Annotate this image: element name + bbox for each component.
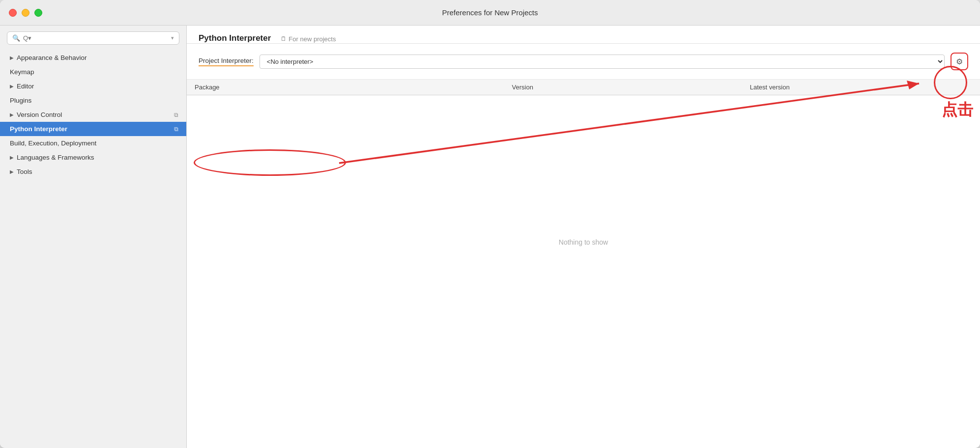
sidebar-item-label: Python Interpreter xyxy=(10,125,67,133)
sidebar-item-label: Plugins xyxy=(10,97,31,104)
sidebar-item-tools[interactable]: ▶ Tools xyxy=(0,165,186,179)
window-title: Preferences for New Projects xyxy=(442,8,538,17)
interpreter-select[interactable]: <No interpreter> xyxy=(259,55,945,69)
sidebar-item-build-execution-deployment[interactable]: Build, Execution, Deployment xyxy=(0,136,186,150)
sidebar: 🔍 ▾ ▶ Appearance & Behavior Keymap ▶ Edi… xyxy=(0,26,187,448)
sidebar-item-label: Keymap xyxy=(10,68,34,76)
sidebar-item-label: Tools xyxy=(17,168,32,175)
maximize-button[interactable] xyxy=(34,9,42,17)
sidebar-item-version-control[interactable]: ▶ Version Control ⧉ xyxy=(0,108,186,122)
close-button[interactable] xyxy=(9,9,17,17)
settings-button[interactable]: ⚙ xyxy=(951,53,968,70)
sidebar-item-keymap[interactable]: Keymap xyxy=(0,65,186,79)
package-table: Package Version Latest version xyxy=(187,80,980,95)
col-header-version: Version xyxy=(504,80,742,95)
nav-list: ▶ Appearance & Behavior Keymap ▶ Editor … xyxy=(0,51,186,184)
content-area: 🔍 ▾ ▶ Appearance & Behavior Keymap ▶ Edi… xyxy=(0,26,980,448)
package-table-container: Package Version Latest version Nothing t… xyxy=(187,80,980,448)
traffic-lights xyxy=(9,9,42,17)
search-dropdown-arrow: ▾ xyxy=(171,35,174,41)
sidebar-item-label: Version Control xyxy=(17,111,62,118)
sidebar-item-label: Build, Execution, Deployment xyxy=(10,140,96,147)
copy-icon: ⧉ xyxy=(174,126,178,133)
search-icon: 🔍 xyxy=(12,34,20,42)
sidebar-item-label: Editor xyxy=(17,83,34,90)
panel-title: Python Interpreter xyxy=(199,33,271,43)
sidebar-item-appearance-behavior[interactable]: ▶ Appearance & Behavior xyxy=(0,51,186,65)
gear-icon: ⚙ xyxy=(956,57,963,66)
expand-arrow-icon: ▶ xyxy=(10,55,14,60)
search-box[interactable]: 🔍 ▾ xyxy=(7,31,179,45)
copy-icon: ⧉ xyxy=(174,112,178,118)
preferences-window: Preferences for New Projects 🔍 ▾ ▶ Appea… xyxy=(0,0,980,448)
interpreter-row: Project Interpreter: <No interpreter> ⚙ xyxy=(187,44,980,80)
sidebar-item-plugins[interactable]: Plugins xyxy=(0,93,186,108)
table-header: Package Version Latest version xyxy=(187,80,980,95)
sidebar-item-python-interpreter[interactable]: Python Interpreter ⧉ xyxy=(0,122,186,136)
sidebar-item-languages-frameworks[interactable]: ▶ Languages & Frameworks xyxy=(0,150,186,165)
expand-arrow-icon: ▶ xyxy=(10,169,14,174)
col-header-latest: Latest version xyxy=(742,80,980,95)
sidebar-item-label: Languages & Frameworks xyxy=(17,154,94,161)
col-header-package: Package xyxy=(187,80,504,95)
empty-message: Nothing to show xyxy=(559,238,608,246)
minimize-button[interactable] xyxy=(22,9,29,17)
panel-subtitle: 🗒 For new projects xyxy=(281,35,336,43)
sidebar-item-label: Appearance & Behavior xyxy=(17,54,87,61)
main-panel: Python Interpreter 🗒 For new projects Pr… xyxy=(187,26,980,448)
panel-header: Python Interpreter 🗒 For new projects xyxy=(187,26,980,44)
expand-arrow-icon: ▶ xyxy=(10,155,14,160)
expand-arrow-icon: ▶ xyxy=(10,112,14,117)
titlebar: Preferences for New Projects xyxy=(0,0,980,26)
panel-subtitle-text: For new projects xyxy=(288,35,336,43)
document-icon: 🗒 xyxy=(281,35,287,42)
search-input[interactable] xyxy=(23,34,168,42)
sidebar-item-editor[interactable]: ▶ Editor xyxy=(0,79,186,93)
interpreter-label: Project Interpreter: xyxy=(199,57,254,66)
expand-arrow-icon: ▶ xyxy=(10,84,14,89)
